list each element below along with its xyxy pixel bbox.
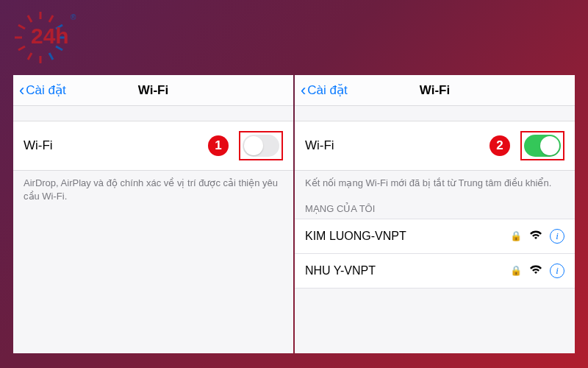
back-label: Cài đặt (26, 82, 65, 98)
svg-line-1 (49, 15, 53, 22)
network-status-icons: 🔒 i (510, 229, 564, 244)
toggle-knob (540, 136, 559, 155)
my-networks-header: MẠNG CỦA TÔI (295, 190, 575, 219)
panel-wifi-on: ‹ Cài đặt Wi-Fi Wi-Fi 2 Kết nối mạng Wi-… (295, 75, 575, 353)
network-status-icons: 🔒 i (510, 263, 564, 278)
wifi-toggle-row: Wi-Fi 2 (295, 121, 575, 171)
highlight-frame (520, 131, 564, 160)
svg-line-3 (18, 25, 25, 29)
brand-logo: 24h ® (13, 10, 68, 65)
network-name: KIM LUONG-VNPT (305, 230, 510, 243)
nav-bar: ‹ Cài đặt Wi-Fi (295, 75, 575, 106)
wifi-toggle[interactable] (524, 135, 561, 157)
lock-icon: 🔒 (510, 265, 522, 276)
network-row[interactable]: KIM LUONG-VNPT 🔒 i (295, 219, 575, 253)
svg-line-11 (49, 53, 53, 60)
wifi-row-label: Wi-Fi (305, 138, 334, 153)
svg-line-2 (28, 15, 32, 22)
lock-icon: 🔒 (510, 230, 522, 241)
back-button[interactable]: ‹ Cài đặt (295, 82, 348, 99)
chevron-left-icon: ‹ (301, 82, 306, 99)
wifi-toggle-row: Wi-Fi 1 (13, 121, 293, 171)
wifi-help-text: Kết nối mạng Wi-Fi mới đã bị tắt từ Trun… (295, 171, 575, 190)
toggle-knob (244, 136, 263, 155)
back-label: Cài đặt (307, 82, 347, 98)
logo-registered: ® (71, 13, 76, 21)
network-name: NHU Y-VNPT (305, 264, 510, 277)
chevron-left-icon: ‹ (19, 82, 24, 99)
wifi-signal-icon (529, 264, 542, 277)
wifi-toggle[interactable] (243, 135, 279, 157)
highlight-frame (239, 131, 283, 160)
panel-wifi-off: ‹ Cài đặt Wi-Fi Wi-Fi 1 AirDrop, AirPlay… (13, 75, 293, 353)
logo-text: 24h (31, 24, 69, 49)
nav-bar: ‹ Cài đặt Wi-Fi (13, 75, 293, 106)
step-badge-1: 1 (208, 135, 229, 156)
wifi-signal-icon (529, 230, 542, 242)
network-row[interactable]: NHU Y-VNPT 🔒 i (295, 253, 575, 289)
back-button[interactable]: ‹ Cài đặt (13, 82, 66, 99)
svg-line-5 (18, 46, 25, 50)
step-badge-2: 2 (490, 135, 510, 156)
svg-line-6 (28, 53, 32, 60)
info-icon[interactable]: i (550, 229, 564, 244)
info-icon[interactable]: i (550, 263, 564, 278)
wifi-help-text: AirDrop, AirPlay và độ chính xác về vị t… (13, 171, 293, 202)
wifi-row-label: Wi-Fi (24, 138, 53, 153)
